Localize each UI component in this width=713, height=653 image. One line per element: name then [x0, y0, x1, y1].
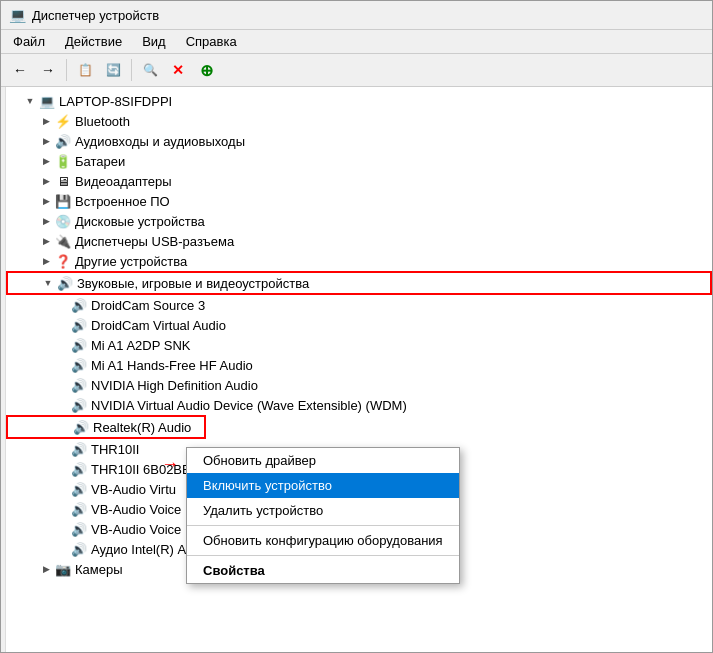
- tree-toggle-root[interactable]: ▼: [22, 93, 38, 109]
- thr10ii-2-icon: 🔊: [70, 460, 88, 478]
- tree-toggle-camera[interactable]: ▶: [38, 561, 54, 577]
- tree-label-nvidia-hd: NVIDIA High Definition Audio: [91, 378, 258, 393]
- properties-button[interactable]: 📋: [72, 57, 98, 83]
- menu-view[interactable]: Вид: [134, 32, 174, 51]
- firmware-icon: 💾: [54, 192, 72, 210]
- tree-toggle-usb[interactable]: ▶: [38, 233, 54, 249]
- tree-label-thr10ii: THR10II: [91, 442, 139, 457]
- droidcam-virtual-icon: 🔊: [70, 316, 88, 334]
- droidcam3-icon: 🔊: [70, 296, 88, 314]
- nvidia-virtual-icon: 🔊: [70, 396, 88, 414]
- thr10ii-icon: 🔊: [70, 440, 88, 458]
- ctx-update-driver[interactable]: Обновить драйвер: [187, 448, 459, 473]
- ctx-enable-device[interactable]: Включить устройство: [187, 473, 459, 498]
- tree-label-vb-voice1: VB-Audio Voice: [91, 502, 181, 517]
- mi-hf-icon: 🔊: [70, 356, 88, 374]
- window-icon: 💻: [9, 7, 26, 23]
- intel-audio-icon: 🔊: [70, 540, 88, 558]
- menu-file[interactable]: Файл: [5, 32, 53, 51]
- ctx-separator-2: [187, 555, 459, 556]
- ctx-remove-device[interactable]: Удалить устройство: [187, 498, 459, 523]
- camera-icon: 📷: [54, 560, 72, 578]
- sound-icon: 🔊: [56, 274, 74, 292]
- vb-voice1-icon: 🔊: [70, 500, 88, 518]
- scan-button[interactable]: 🔍: [137, 57, 163, 83]
- tree-toggle-display[interactable]: ▶: [38, 173, 54, 189]
- toolbar-separator-1: [66, 59, 67, 81]
- menu-action[interactable]: Действие: [57, 32, 130, 51]
- remove-button[interactable]: ✕: [165, 57, 191, 83]
- tree-label-audio-io: Аудиовходы и аудиовыходы: [75, 134, 245, 149]
- tree-label-realtek: Realtek(R) Audio: [93, 420, 191, 435]
- realtek-icon: 🔊: [72, 418, 90, 436]
- tree-label-display: Видеоадаптеры: [75, 174, 172, 189]
- tree-item-other[interactable]: ▶ ❓ Другие устройства: [6, 251, 712, 271]
- tree-item-root[interactable]: ▼ 💻 LAPTOP-8SIFDPPI: [6, 91, 712, 111]
- back-button[interactable]: ←: [7, 57, 33, 83]
- tree-label-firmware: Встроенное ПО: [75, 194, 170, 209]
- tree-item-bluetooth[interactable]: ▶ ⚡ Bluetooth: [6, 111, 712, 131]
- tree-label-usb: Диспетчеры USB-разъема: [75, 234, 234, 249]
- usb-icon: 🔌: [54, 232, 72, 250]
- tree-item-nvidia-hd[interactable]: 🔊 NVIDIA High Definition Audio: [6, 375, 712, 395]
- window-title: Диспетчер устройств: [32, 8, 159, 23]
- forward-button[interactable]: →: [35, 57, 61, 83]
- ctx-separator: [187, 525, 459, 526]
- tree-toggle-disk[interactable]: ▶: [38, 213, 54, 229]
- tree-label-mi-hf: Mi A1 Hands-Free HF Audio: [91, 358, 253, 373]
- tree-label-battery: Батареи: [75, 154, 125, 169]
- update-driver-button[interactable]: 🔄: [100, 57, 126, 83]
- menu-bar: Файл Действие Вид Справка: [1, 30, 712, 54]
- tree-toggle-firmware[interactable]: ▶: [38, 193, 54, 209]
- tree-label-root: LAPTOP-8SIFDPPI: [59, 94, 172, 109]
- bluetooth-icon: ⚡: [54, 112, 72, 130]
- tree-label-bluetooth: Bluetooth: [75, 114, 130, 129]
- tree-toggle-bluetooth[interactable]: ▶: [38, 113, 54, 129]
- tree-item-nvidia-virtual[interactable]: 🔊 NVIDIA Virtual Audio Device (Wave Exte…: [6, 395, 712, 415]
- mi-a2dp-icon: 🔊: [70, 336, 88, 354]
- tree-item-disk[interactable]: ▶ 💿 Дисковые устройства: [6, 211, 712, 231]
- tree-label-sound: Звуковые, игровые и видеоустройства: [77, 276, 309, 291]
- tree-label-camera: Камеры: [75, 562, 123, 577]
- ctx-properties[interactable]: Свойства: [187, 558, 459, 583]
- tree-label-nvidia-virtual: NVIDIA Virtual Audio Device (Wave Extens…: [91, 398, 407, 413]
- toolbar-separator-2: [131, 59, 132, 81]
- toolbar: ← → 📋 🔄 🔍 ✕ ⊕: [1, 54, 712, 87]
- audio-io-icon: 🔊: [54, 132, 72, 150]
- tree-toggle-other[interactable]: ▶: [38, 253, 54, 269]
- arrow-indicator: →: [161, 454, 179, 475]
- tree-item-battery[interactable]: ▶ 🔋 Батареи: [6, 151, 712, 171]
- tree-label-other: Другие устройства: [75, 254, 187, 269]
- tree-label-disk: Дисковые устройства: [75, 214, 205, 229]
- ctx-scan-hardware[interactable]: Обновить конфигурацию оборудования: [187, 528, 459, 553]
- tree-item-sound[interactable]: ▼ 🔊 Звуковые, игровые и видеоустройства: [6, 271, 712, 295]
- tree-item-mi-hf[interactable]: 🔊 Mi A1 Hands-Free HF Audio: [6, 355, 712, 375]
- tree-view[interactable]: ▼ 💻 LAPTOP-8SIFDPPI ▶ ⚡ Bluetooth ▶ 🔊 Ау…: [6, 87, 712, 652]
- tree-label-intel-audio: Аудио Intel(R) А: [91, 542, 186, 557]
- tree-item-realtek[interactable]: 🔊 Realtek(R) Audio: [6, 415, 206, 439]
- add-button[interactable]: ⊕: [193, 57, 219, 83]
- tree-item-droidcam3[interactable]: 🔊 DroidCam Source 3: [6, 295, 712, 315]
- tree-label-mi-a2dp: Mi A1 A2DP SNK: [91, 338, 190, 353]
- tree-label-vb-voice2: VB-Audio Voice: [91, 522, 181, 537]
- tree-toggle-sound[interactable]: ▼: [40, 275, 56, 291]
- content-area: ▼ 💻 LAPTOP-8SIFDPPI ▶ ⚡ Bluetooth ▶ 🔊 Ау…: [1, 87, 712, 652]
- tree-item-droidcam-virtual[interactable]: 🔊 DroidCam Virtual Audio: [6, 315, 712, 335]
- tree-item-usb[interactable]: ▶ 🔌 Диспетчеры USB-разъема: [6, 231, 712, 251]
- tree-toggle-audio-io[interactable]: ▶: [38, 133, 54, 149]
- other-icon: ❓: [54, 252, 72, 270]
- menu-help[interactable]: Справка: [178, 32, 245, 51]
- tree-item-audio-io[interactable]: ▶ 🔊 Аудиовходы и аудиовыходы: [6, 131, 712, 151]
- tree-item-display[interactable]: ▶ 🖥 Видеоадаптеры: [6, 171, 712, 191]
- battery-icon: 🔋: [54, 152, 72, 170]
- nvidia-hd-icon: 🔊: [70, 376, 88, 394]
- title-bar: 💻 Диспетчер устройств: [1, 1, 712, 30]
- vb-virtu-icon: 🔊: [70, 480, 88, 498]
- tree-label-vb-virtu: VB-Audio Virtu: [91, 482, 176, 497]
- context-menu: Обновить драйвер Включить устройство Уда…: [186, 447, 460, 584]
- vb-voice2-icon: 🔊: [70, 520, 88, 538]
- tree-label-droidcam3: DroidCam Source 3: [91, 298, 205, 313]
- tree-item-firmware[interactable]: ▶ 💾 Встроенное ПО: [6, 191, 712, 211]
- tree-toggle-battery[interactable]: ▶: [38, 153, 54, 169]
- tree-item-mi-a2dp[interactable]: 🔊 Mi A1 A2DP SNK: [6, 335, 712, 355]
